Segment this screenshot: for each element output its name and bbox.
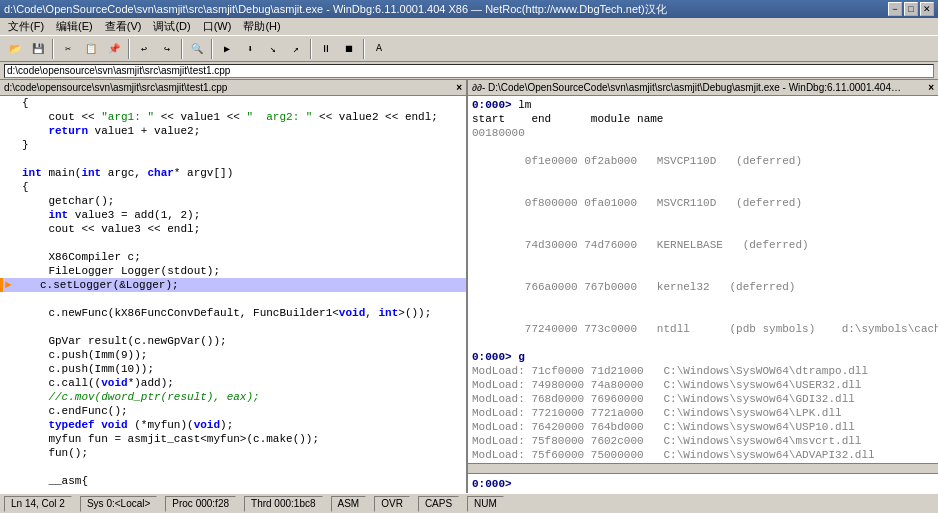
address-bar (0, 62, 938, 80)
code-line: c.newFunc(kX86FuncConvDefault, FuncBuild… (0, 306, 466, 320)
toolbar-run[interactable]: ▶ (216, 38, 238, 60)
status-proc: Proc 000:f28 (165, 496, 236, 512)
menu-edit[interactable]: 编辑(E) (50, 18, 99, 35)
modload-line: ModLoad: 75f80000 7602c000 C:\Windows\sy… (472, 434, 934, 448)
module-line: 766a0000 767b0000 kernel32 (deferred) (472, 266, 934, 308)
title-bar: d:\Code\OpenSourceCode\svn\asmjit\src\as… (0, 0, 938, 18)
code-line: GpVar result(c.newGpVar()); (0, 334, 466, 348)
module-line: 0f1e0000 0f2ab000 MSVCP110D (deferred) (472, 140, 934, 182)
left-panel-header: d:\code\opensource\svn\asmjit\src\asmjit… (0, 80, 466, 96)
toolbar-sep1 (52, 39, 54, 59)
status-ovr: OVR (374, 496, 410, 512)
title-text: d:\Code\OpenSourceCode\svn\asmjit\src\as… (4, 2, 667, 17)
menu-bar: 文件(F) 编辑(E) 查看(V) 调试(D) 口(W) 帮助(H) (0, 18, 938, 36)
status-caps: CAPS (418, 496, 459, 512)
toolbar-open[interactable]: 📂 (4, 38, 26, 60)
code-line (0, 460, 466, 474)
code-line: c.push(Imm(9)); (0, 348, 466, 362)
status-sys: Sys 0:<Local> (80, 496, 157, 512)
code-line: return value1 + value2; (0, 124, 466, 138)
toolbar-redo[interactable]: ↪ (156, 38, 178, 60)
toolbar-step-out[interactable]: ↗ (285, 38, 307, 60)
status-bar: Ln 14, Col 2 Sys 0:<Local> Proc 000:f28 … (0, 493, 938, 513)
code-line: { (0, 96, 466, 110)
code-line: } (0, 138, 466, 152)
module-header: start end module name (472, 112, 934, 126)
code-line: typedef void (*myfun)(void); (0, 418, 466, 432)
code-line: X86Compiler c; (0, 250, 466, 264)
menu-window[interactable]: 口(W) (197, 18, 238, 35)
modload-line: ModLoad: 75f60000 75000000 C:\Windows\sy… (472, 448, 934, 462)
toolbar-stop[interactable]: ⏹ (338, 38, 360, 60)
code-line: c.call((void*)add); (0, 376, 466, 390)
right-panel-close[interactable]: × (928, 82, 934, 93)
toolbar-find[interactable]: 🔍 (186, 38, 208, 60)
code-line: int value3 = add(1, 2); (0, 208, 466, 222)
left-panel: d:\code\opensource\svn\asmjit\src\asmjit… (0, 80, 468, 493)
modload-line: ModLoad: 71cf0000 71d21000 C:\Windows\Sy… (472, 364, 934, 378)
toolbar-font[interactable]: A (368, 38, 390, 60)
code-line: int main(int argc, char* argv[]) (0, 166, 466, 180)
code-line: getchar(); (0, 194, 466, 208)
code-line (0, 320, 466, 334)
menu-view[interactable]: 查看(V) (99, 18, 148, 35)
module-line: 00180000 (472, 126, 934, 140)
toolbar-sep6 (363, 39, 365, 59)
menu-help[interactable]: 帮助(H) (237, 18, 286, 35)
module-line: 0f800000 0fa01000 MSVCR110D (deferred) (472, 182, 934, 224)
toolbar: 📂 💾 ✂ 📋 📌 ↩ ↪ 🔍 ▶ ⬇ ↘ ↗ ⏸ ⏹ A (0, 36, 938, 62)
window-controls: − □ ✕ (888, 2, 934, 16)
address-input[interactable] (4, 64, 934, 78)
debug-input-prompt: 0:000> (472, 478, 512, 490)
horizontal-scrollbar[interactable] (468, 463, 938, 473)
code-line: myfun fun = asmjit_cast<myfun>(c.make())… (0, 432, 466, 446)
maximize-button[interactable]: □ (904, 2, 918, 16)
code-line (0, 292, 466, 306)
right-panel-header: ∂∂- D:\Code\OpenSourceCode\svn\asmjit\sr… (468, 80, 938, 96)
menu-file[interactable]: 文件(F) (2, 18, 50, 35)
code-area[interactable]: { cout << "arg1: " << value1 << " arg2: … (0, 96, 466, 493)
code-line-current: ► c.setLogger(&Logger); (0, 278, 466, 292)
menu-debug[interactable]: 调试(D) (147, 18, 196, 35)
modload-line: ModLoad: 768d0000 76960000 C:\Windows\sy… (472, 392, 934, 406)
toolbar-save[interactable]: 💾 (27, 38, 49, 60)
debug-cmd-area: 0:000> (468, 473, 938, 493)
toolbar-sep2 (128, 39, 130, 59)
toolbar-break[interactable]: ⏸ (315, 38, 337, 60)
debugger-area[interactable]: 0:000> lm start end module name 00180000… (468, 96, 938, 463)
toolbar-copy[interactable]: 📋 (80, 38, 102, 60)
toolbar-paste[interactable]: 📌 (103, 38, 125, 60)
code-line: cout << value3 << endl; (0, 222, 466, 236)
code-line: fun(); (0, 446, 466, 460)
left-panel-close[interactable]: × (456, 82, 462, 93)
debug-prompt2: 0:000> g (472, 350, 934, 364)
minimize-button[interactable]: − (888, 2, 902, 16)
main-content: d:\code\opensource\svn\asmjit\src\asmjit… (0, 80, 938, 493)
code-line: //c.mov(dword_ptr(result), eax); (0, 390, 466, 404)
code-line: cout << "arg1: " << value1 << " arg2: " … (0, 110, 466, 124)
right-panel-title: ∂∂- D:\Code\OpenSourceCode\svn\asmjit\sr… (472, 82, 902, 93)
toolbar-step-in[interactable]: ↘ (262, 38, 284, 60)
close-button[interactable]: ✕ (920, 2, 934, 16)
status-asm: ASM (331, 496, 367, 512)
code-line (0, 236, 466, 250)
module-line: 77240000 773c0000 ntdll (pdb symbols) d:… (472, 308, 934, 350)
module-line: 74d30000 74d76000 KERNELBASE (deferred) (472, 224, 934, 266)
right-panel: ∂∂- D:\Code\OpenSourceCode\svn\asmjit\sr… (468, 80, 938, 493)
code-line (0, 152, 466, 166)
modload-line: ModLoad: 77210000 7721a000 C:\Windows\sy… (472, 406, 934, 420)
code-line: __asm{ (0, 474, 466, 488)
modload-line: ModLoad: 76420000 764bd000 C:\Windows\sy… (472, 420, 934, 434)
toolbar-sep3 (181, 39, 183, 59)
status-thrd: Thrd 000:1bc8 (244, 496, 323, 512)
toolbar-cut[interactable]: ✂ (57, 38, 79, 60)
toolbar-undo[interactable]: ↩ (133, 38, 155, 60)
code-line: { (0, 180, 466, 194)
debug-input[interactable] (516, 478, 934, 490)
toolbar-sep4 (211, 39, 213, 59)
code-line: c.push(Imm(10)); (0, 362, 466, 376)
code-line (0, 488, 466, 493)
toolbar-step-over[interactable]: ⬇ (239, 38, 261, 60)
modload-line: ModLoad: 74980000 74a80000 C:\Windows\sy… (472, 378, 934, 392)
code-line: FileLogger Logger(stdout); (0, 264, 466, 278)
